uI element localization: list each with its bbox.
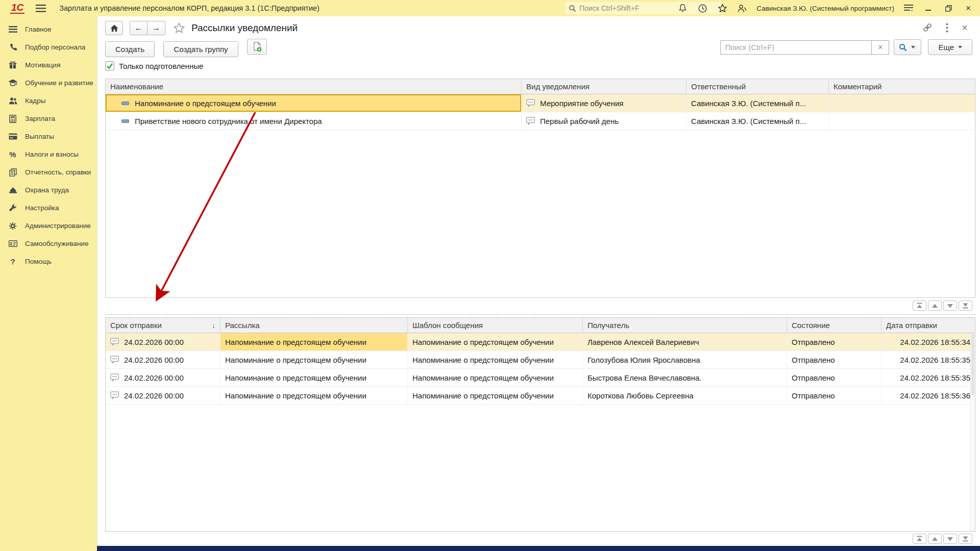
scroll-to-bottom-button[interactable] <box>959 534 972 544</box>
sidebar-item-self-service[interactable]: Самообслуживание <box>0 235 97 253</box>
scroll-down-button[interactable] <box>943 534 957 544</box>
sidebar-item-administration[interactable]: Администрирование <box>0 217 97 235</box>
send-time-cell[interactable]: 24.02.2026 00:00 <box>106 333 220 350</box>
recipient-cell[interactable]: Короткова Любовь Сергеевна <box>583 387 787 404</box>
column-header[interactable]: Наименование <box>106 79 522 94</box>
template-cell[interactable]: Напоминание о предстоящем обучении <box>408 333 583 350</box>
sidebar-item-help[interactable]: ? Помощь <box>0 253 97 270</box>
back-button[interactable]: ← <box>130 21 148 35</box>
table-row[interactable]: 24.02.2026 00:00 Напоминание о предстоящ… <box>106 333 975 351</box>
card-icon <box>8 132 17 141</box>
column-header[interactable]: Срок отправки ↓ <box>106 318 220 333</box>
mailing-cell[interactable]: Напоминание о предстоящем обучении <box>220 351 408 368</box>
vertical-scrollbar[interactable] <box>970 333 975 531</box>
responsible-cell[interactable]: Савинская З.Ю. (Системный п... <box>687 94 829 112</box>
column-header[interactable]: Комментарий <box>829 79 975 94</box>
forward-button[interactable]: → <box>148 21 165 35</box>
minimize-button[interactable] <box>923 3 934 14</box>
create-button[interactable]: Создать <box>105 41 155 57</box>
template-cell[interactable]: Напоминание о предстоящем обучении <box>408 351 583 368</box>
clear-search-button[interactable]: × <box>872 40 889 55</box>
form-splitter[interactable] <box>105 314 975 315</box>
sidebar-item-taxes[interactable]: % Налоги и взносы <box>0 145 97 163</box>
responsible-cell[interactable]: Савинская З.Ю. (Системный п... <box>687 112 829 130</box>
create-group-button[interactable]: Создать группу <box>163 41 238 57</box>
scroll-down-button[interactable] <box>943 300 957 311</box>
table-row[interactable]: Напоминание о предстоящем обучении Мероп… <box>106 94 975 112</box>
sidebar-item-main[interactable]: Главное <box>0 20 97 38</box>
sidebar-item-labor-safety[interactable]: Охрана труда <box>0 181 97 199</box>
template-cell[interactable]: Напоминание о предстоящем обучении <box>408 387 583 404</box>
copy-item-button[interactable] <box>247 39 267 55</box>
list-search-input[interactable] <box>720 40 872 55</box>
scroll-up-button[interactable] <box>928 534 942 544</box>
sidebar-item-salary[interactable]: Зарплата <box>0 110 97 128</box>
mailing-cell[interactable]: Напоминание о предстоящем обучении <box>220 333 408 350</box>
scroll-to-top-button[interactable] <box>913 534 926 544</box>
close-window-button[interactable]: × <box>963 3 974 14</box>
mailing-name-cell[interactable]: Приветствие нового сотрудника от имени Д… <box>106 112 522 130</box>
sidebar-item-payments[interactable]: Выплаты <box>0 128 97 145</box>
prepared-only-checkbox[interactable]: Только подготовленные <box>105 61 203 70</box>
comment-cell[interactable] <box>829 112 975 130</box>
state-cell[interactable]: Отправлено <box>787 369 881 386</box>
main-menu-burger-icon[interactable] <box>36 5 46 12</box>
column-header[interactable]: Дата отправки <box>881 318 975 333</box>
notifications-bell-icon[interactable] <box>677 3 688 14</box>
state-cell[interactable]: Отправлено <box>787 351 881 368</box>
sent-at-cell[interactable]: 24.02.2026 18:55:35 <box>881 369 975 386</box>
recipient-cell[interactable]: Лавренов Алексей Валериевич <box>583 333 787 350</box>
more-button[interactable]: Еще <box>928 39 972 55</box>
state-cell[interactable]: Отправлено <box>787 333 881 350</box>
find-button[interactable] <box>894 39 921 55</box>
send-time-cell[interactable]: 24.02.2026 00:00 <box>106 387 220 404</box>
get-link-icon[interactable] <box>922 22 933 33</box>
favorites-star-icon[interactable] <box>717 3 728 14</box>
column-header[interactable]: Вид уведомления <box>522 79 687 94</box>
sent-at-cell[interactable]: 24.02.2026 18:55:34 <box>881 333 975 350</box>
column-header[interactable]: Рассылка <box>220 318 408 333</box>
mailing-name-cell[interactable]: Напоминание о предстоящем обучении <box>106 94 522 112</box>
scroll-to-bottom-button[interactable] <box>959 300 972 311</box>
current-user[interactable]: Савинская З.Ю. (Системный программист) <box>756 5 894 12</box>
column-header[interactable]: Шаблон сообщения <box>408 318 583 333</box>
mailing-kind-cell[interactable]: Первый рабочий день <box>522 112 687 130</box>
sent-at-cell[interactable]: 24.02.2026 18:55:35 <box>881 351 975 368</box>
sidebar-item-training[interactable]: Обучение и развитие <box>0 74 97 92</box>
comment-cell[interactable] <box>829 94 975 112</box>
template-cell[interactable]: Напоминание о предстоящем обучении <box>408 369 583 386</box>
service-menu-icon[interactable] <box>903 3 914 14</box>
history-icon[interactable] <box>697 3 708 14</box>
recipient-cell[interactable]: Быстрова Елена Вячеславовна. <box>583 369 787 386</box>
sidebar-item-recruiting[interactable]: Подбор персонала <box>0 38 97 56</box>
home-button[interactable] <box>105 21 123 35</box>
column-header[interactable]: Состояние <box>787 318 881 333</box>
form-menu-dots-icon[interactable] <box>946 23 948 33</box>
restore-button[interactable] <box>943 3 954 14</box>
sidebar-item-settings[interactable]: Настройка <box>0 199 97 217</box>
sidebar-item-reports[interactable]: Отчетность, справки <box>0 163 97 181</box>
scroll-to-top-button[interactable] <box>913 300 926 311</box>
send-time-cell[interactable]: 24.02.2026 00:00 <box>106 369 220 386</box>
state-cell[interactable]: Отправлено <box>787 387 881 404</box>
favorite-star-icon[interactable] <box>173 22 185 34</box>
scrollbar-thumb[interactable] <box>971 334 974 395</box>
table-row[interactable]: 24.02.2026 00:00 Напоминание о предстоящ… <box>106 369 975 387</box>
table-row[interactable]: 24.02.2026 00:00 Напоминание о предстоящ… <box>106 387 975 405</box>
sidebar-item-motivation[interactable]: Мотивация <box>0 56 97 74</box>
table-row[interactable]: Приветствие нового сотрудника от имени Д… <box>106 112 975 130</box>
mailing-cell[interactable]: Напоминание о предстоящем обучении <box>220 369 408 386</box>
scroll-up-button[interactable] <box>928 300 942 311</box>
column-header[interactable]: Получатель <box>583 318 787 333</box>
table-row[interactable]: 24.02.2026 00:00 Напоминание о предстоящ… <box>106 351 975 369</box>
recipient-cell[interactable]: Голозубова Юлия Ярославовна <box>583 351 787 368</box>
mailing-cell[interactable]: Напоминание о предстоящем обучении <box>220 387 408 404</box>
send-time-cell[interactable]: 24.02.2026 00:00 <box>106 351 220 368</box>
column-header[interactable]: Ответственный <box>687 79 829 94</box>
sent-at-cell[interactable]: 24.02.2026 18:55:36 <box>881 387 975 404</box>
mailing-kind-cell[interactable]: Мероприятие обучения <box>522 94 687 112</box>
sidebar-item-hr[interactable]: Кадры <box>0 92 97 110</box>
gear-icon <box>8 221 17 230</box>
close-form-icon[interactable]: × <box>962 23 968 32</box>
users-icon[interactable] <box>737 3 748 14</box>
